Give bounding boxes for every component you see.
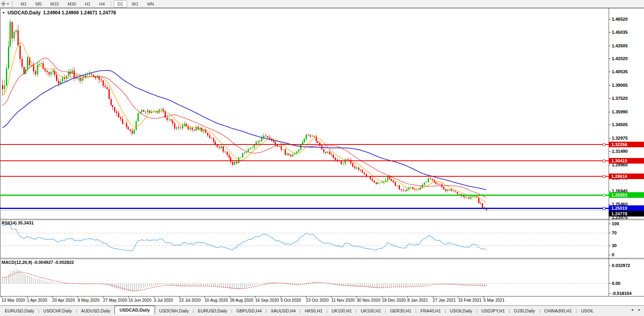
date-label: 20 Apr 2020 <box>52 298 80 302</box>
tf-button-d1[interactable]: D1 <box>114 0 127 8</box>
tab-usoil-daily[interactable]: USOil,Daily <box>446 307 476 315</box>
date-label: 8 May 2020 <box>78 298 105 302</box>
price-tick: 1.31490 <box>609 149 644 154</box>
tab-hk50-h1[interactable]: HK50,H1 <box>301 307 327 315</box>
price-tick: 1.37520 <box>609 96 644 101</box>
tab-xauusd-h4[interactable]: XAUUSD,H4 <box>267 307 300 315</box>
price-tick: 1.45035 <box>609 30 644 35</box>
tf-button-h1[interactable]: H1 <box>81 0 94 8</box>
date-label: 22 Jul 2020 <box>179 298 207 302</box>
date-label: 16 Sep 2020 <box>255 298 283 302</box>
hline-price-label: 1.25019 <box>609 205 644 211</box>
chart-symbol-label: USDCAD,Daily <box>8 10 41 16</box>
date-label: 5 Oct 2020 <box>281 298 308 302</box>
macd-panel-splitter[interactable] <box>0 258 644 259</box>
date-label: 18 Dec 2020 <box>382 298 410 302</box>
tab-dj30-daily[interactable]: DJ30,Daily <box>510 307 539 315</box>
rsi-tick: 100 <box>609 221 644 226</box>
tab-uk100-h1[interactable]: UK100,H1 <box>357 307 385 315</box>
tab-usdjpy-h1[interactable]: USDJPY,H1 <box>477 307 509 315</box>
hline-price-label: 1.32258 <box>609 142 644 147</box>
price-tick: 1.46520 <box>609 17 644 22</box>
toolbar-border <box>0 8 644 8</box>
tab-gbpusd-h4[interactable]: GBPUSD,H4 <box>232 307 266 315</box>
tab-audusd-daily[interactable]: AUDUSD,Daily <box>77 307 114 315</box>
hline-price-label: 1.28616 <box>609 174 644 179</box>
date-label: 1 Apr 2020 <box>27 298 55 302</box>
date-label: 8 Jan 2021 <box>407 298 435 302</box>
chevron-down-icon[interactable]: ▾ <box>7 2 9 6</box>
crosshair-tool-icon[interactable] <box>1 1 6 6</box>
chart-tabs: EURUSD,Daily|USDCHF,Daily|AUDUSD,DailyUS… <box>1 306 627 316</box>
tf-button-w1[interactable]: W1 <box>128 0 143 8</box>
tab-eurusd-daily[interactable]: EURUSD,Daily <box>194 307 231 315</box>
chart-collapse-icon[interactable]: ▼ <box>2 11 5 15</box>
macd-tick: 0.032972 <box>609 263 644 268</box>
date-label: 10 Aug 2020 <box>204 298 232 302</box>
date-label: 30 Nov 2020 <box>357 298 384 302</box>
date-label: 27 Jan 2021 <box>433 298 461 302</box>
macd-indicator-label: MACD(12,26,9) -0.004927 -0.002822 <box>2 260 74 265</box>
hline-price-label: 1.26503 <box>609 192 644 198</box>
price-axis-border <box>609 8 609 296</box>
tf-button-m5[interactable]: M5 <box>31 0 45 8</box>
tabs-scroll-right[interactable]: ▸ <box>638 308 640 312</box>
tab-usoil[interactable]: USOil, <box>577 307 597 315</box>
date-label: 15 Feb 2021 <box>458 298 486 302</box>
date-label: 5 Mar 2021 <box>483 298 511 302</box>
macd-tick: -0.018154 <box>609 291 644 296</box>
tf-button-h4[interactable]: H4 <box>95 0 109 8</box>
date-label: 3 Jul 2020 <box>154 298 182 302</box>
tf-button-m15[interactable]: M15 <box>47 0 63 8</box>
tf-button-mn[interactable]: MN <box>143 0 158 8</box>
current-price-label: 1.24778 <box>609 211 644 217</box>
tab-fra40-h1[interactable]: FRA40,H1 <box>417 307 445 315</box>
rsi-tick: 70 <box>609 230 644 236</box>
chart-title: ▼ USDCAD,Daily 1.24904 1.24906 1.24671 1… <box>2 10 116 16</box>
toolbar-separator <box>111 1 112 7</box>
chart-tab-bar: EURUSD,Daily|USDCHF,Daily|AUDUSD,DailyUS… <box>0 305 644 316</box>
price-tick: 1.32975 <box>609 136 644 141</box>
date-label: 28 Aug 2020 <box>230 298 258 302</box>
tab-usdchf-daily[interactable]: USDCHF,Daily <box>39 307 76 315</box>
timeframe-buttons: M1M5M15M30H1H4D1W1MN <box>16 0 158 8</box>
hline-price-label: 1.30415 <box>609 158 644 164</box>
tab-uk100-h1[interactable]: UK100,H1 <box>328 307 356 315</box>
price-tick: 1.42020 <box>609 56 644 61</box>
tab-china300-h1[interactable]: CHINA300,H1 <box>540 307 576 315</box>
price-tick: 1.40535 <box>609 69 644 74</box>
rsi-indicator-label: RSI(14) 35.3431 <box>2 220 34 225</box>
tab-usdcnh-daily[interactable]: USDCNH,Daily <box>155 307 193 315</box>
price-chart-canvas[interactable] <box>0 9 609 296</box>
tabs-scroll-left[interactable]: ◂ <box>631 308 633 312</box>
rsi-tick: 30 <box>609 243 644 248</box>
date-label: 27 May 2020 <box>103 298 131 302</box>
chart-ohlc-quote: 1.24904 1.24906 1.24671 1.24778 <box>43 10 116 16</box>
crosshair-glyph <box>1 1 6 6</box>
tf-button-m30[interactable]: M30 <box>64 0 80 8</box>
tab-eurusd-daily[interactable]: EURUSD,Daily <box>1 307 38 315</box>
date-axis-border <box>0 296 644 296</box>
macd-tick: 0.00 <box>609 281 644 286</box>
toolbar-grip[interactable] <box>12 1 14 7</box>
rsi-tick: 0 <box>609 252 644 257</box>
price-tick: 1.35990 <box>609 109 644 115</box>
tab-usdcad-daily[interactable]: USDCAD,Daily <box>114 306 155 314</box>
price-tick: 1.39005 <box>609 83 644 88</box>
date-label: 23 Oct 2020 <box>306 298 334 302</box>
mt4-terminal: ▾ M1M5M15M30H1H4D1W1MN ▼ USDCAD,Daily 1.… <box>0 0 644 316</box>
timeframe-toolbar: ▾ M1M5M15M30H1H4D1W1MN <box>0 0 644 8</box>
price-tick: 1.43505 <box>609 43 644 49</box>
tab-ger30-h1[interactable]: GER30,H1 <box>386 307 415 315</box>
rsi-panel-splitter[interactable] <box>0 219 644 220</box>
price-tick: 1.34505 <box>609 122 644 127</box>
date-label: 15 Jun 2020 <box>128 298 156 302</box>
date-label: 11 Nov 2020 <box>331 298 359 302</box>
date-label: 13 Mar 2020 <box>2 298 29 302</box>
tf-button-m1[interactable]: M1 <box>17 0 31 8</box>
